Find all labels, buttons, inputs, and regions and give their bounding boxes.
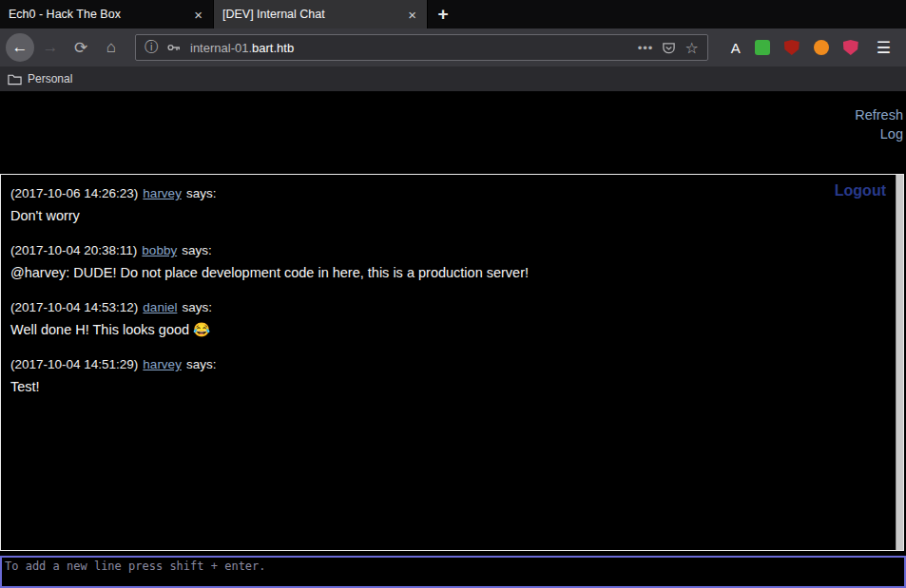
message-text: Test! — [10, 378, 884, 396]
ublock-icon[interactable] — [784, 40, 800, 55]
message-text: Don't worry — [10, 207, 884, 225]
new-tab-button[interactable]: + — [428, 0, 458, 28]
message-text: @harvey: DUDE! Do not place development … — [10, 264, 884, 282]
addon-a-icon[interactable]: A — [731, 40, 741, 56]
menu-icon[interactable]: ☰ — [877, 38, 891, 58]
page-content: Refresh Log Logout (2017-10-06 14:26:23)… — [0, 91, 906, 588]
says-label: says: — [186, 186, 217, 200]
tab-title: Ech0 - Hack The Box — [9, 8, 186, 21]
message-text: Well done H! This looks good 😂 — [10, 321, 884, 339]
tab-internal-chat[interactable]: [DEV] Internal Chat × — [214, 0, 428, 28]
user-link[interactable]: bobby — [142, 243, 177, 257]
message-timestamp: (2017-10-04 20:38:11) — [10, 243, 137, 257]
chat-message: (2017-10-04 20:38:11)bobbysays: @harvey:… — [10, 241, 884, 282]
message-timestamp: (2017-10-04 14:53:12) — [10, 300, 138, 314]
message-input[interactable] — [0, 556, 906, 588]
refresh-link[interactable]: Refresh — [855, 105, 903, 124]
back-button[interactable]: ← — [6, 33, 34, 62]
says-label: says: — [182, 243, 212, 257]
tab-bar: Ech0 - Hack The Box × [DEV] Internal Cha… — [0, 0, 906, 28]
message-timestamp: (2017-10-06 14:26:23) — [10, 186, 138, 200]
chat-log[interactable]: Logout (2017-10-06 14:26:23)harveysays: … — [0, 174, 904, 551]
chat-scrollbar[interactable] — [896, 175, 903, 550]
addon-shield-icon[interactable] — [843, 40, 858, 55]
chat-message: (2017-10-06 14:26:23)harveysays: Don't w… — [10, 184, 884, 225]
close-icon[interactable]: × — [192, 7, 204, 23]
says-label: says: — [182, 300, 212, 314]
message-header: (2017-10-04 14:53:12)danielsays: — [10, 298, 884, 316]
top-links: Refresh Log — [0, 91, 906, 143]
user-link[interactable]: daniel — [143, 300, 177, 314]
bookmark-star-icon[interactable]: ☆ — [684, 39, 698, 57]
close-icon[interactable]: × — [406, 7, 418, 23]
addon-orange-icon[interactable] — [814, 40, 829, 55]
user-link[interactable]: harvey — [143, 186, 182, 200]
site-info-icon[interactable]: ⓘ — [145, 39, 158, 56]
url-bar[interactable]: ⓘ internal-01.bart.htb ••• ☆ — [135, 34, 708, 61]
message-header: (2017-10-04 14:51:29)harveysays: — [10, 355, 884, 373]
tab-hack-the-box[interactable]: Ech0 - Hack The Box × — [0, 0, 214, 28]
tab-title: [DEV] Internal Chat — [222, 8, 400, 21]
addon-toolbar: A ☰ — [718, 38, 900, 58]
logout-link[interactable]: Logout — [835, 182, 886, 199]
says-label: says: — [186, 357, 217, 371]
forward-button[interactable]: → — [36, 33, 65, 62]
message-header: (2017-10-06 14:26:23)harveysays: — [10, 184, 884, 202]
pocket-icon[interactable] — [662, 41, 676, 55]
bookmark-personal[interactable]: Personal — [8, 72, 72, 85]
url-text[interactable]: internal-01.bart.htb — [190, 41, 294, 55]
browser-window: Ech0 - Hack The Box × [DEV] Internal Cha… — [0, 0, 906, 588]
log-link[interactable]: Log — [880, 124, 903, 143]
user-link[interactable]: harvey — [143, 357, 182, 371]
chat-message: (2017-10-04 14:51:29)harveysays: Test! — [10, 355, 884, 396]
reload-button[interactable]: ⟳ — [67, 33, 95, 62]
addon-green-icon[interactable] — [755, 40, 770, 55]
chat-message: (2017-10-04 14:53:12)danielsays: Well do… — [10, 298, 884, 339]
page-actions-icon[interactable]: ••• — [638, 41, 654, 55]
message-timestamp: (2017-10-04 14:51:29) — [10, 357, 138, 371]
message-header: (2017-10-04 20:38:11)bobbysays: — [10, 241, 884, 259]
nav-bar: ← → ⟳ ⌂ ⓘ internal-01.bart.htb ••• ☆ — [0, 28, 906, 66]
home-button[interactable]: ⌂ — [97, 33, 125, 62]
insecure-key-icon — [166, 40, 182, 55]
bookmarks-bar: Personal — [0, 66, 906, 91]
bookmark-label: Personal — [28, 72, 72, 85]
folder-icon — [8, 73, 22, 85]
